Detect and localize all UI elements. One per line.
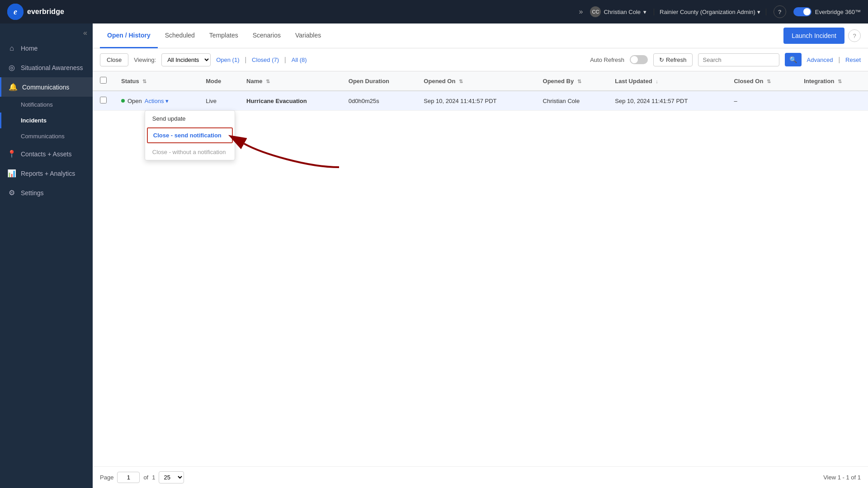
reset-link[interactable]: Reset: [845, 56, 861, 63]
integration-sort-icon: ⇅: [838, 79, 842, 84]
360-toggle[interactable]: [793, 7, 811, 16]
toolbar: Close Viewing: All Incidents Open Closed…: [93, 48, 868, 71]
filter-closed-link[interactable]: Closed (7): [252, 56, 279, 63]
tab-scenarios[interactable]: Scenarios: [245, 23, 288, 48]
incident-name[interactable]: Hurricane Evacuation: [246, 98, 307, 104]
refresh-label: Refresh: [666, 56, 687, 63]
sidebar-item-contacts-assets[interactable]: 📍 Contacts + Assets: [0, 144, 93, 164]
org-label: Rainier County (Organization Admin): [660, 9, 755, 15]
of-label: of: [143, 474, 148, 481]
app-body: « ⌂ Home ◎ Situational Awareness 🔔 Commu…: [0, 23, 868, 488]
logo[interactable]: e everbridge: [7, 4, 64, 20]
sidebar-item-home-label: Home: [21, 45, 38, 52]
sidebar-item-contacts-label: Contacts + Assets: [21, 150, 71, 158]
sidebar-item-notifications-label: Notifications: [21, 101, 53, 108]
page-label: Page: [100, 474, 113, 481]
status-label: Open: [127, 98, 142, 104]
auto-refresh-toggle[interactable]: [630, 55, 648, 64]
search-input[interactable]: [698, 53, 779, 66]
col-closed-on: Closed On ⇅: [726, 71, 797, 91]
sidebar-item-incidents-label: Incidents: [21, 117, 47, 124]
avatar: CC: [590, 6, 601, 17]
page-controls: Page of 1 10 25 50 100: [100, 471, 184, 483]
sidebar-item-communications[interactable]: 🔔 Communications: [0, 77, 93, 97]
col-integration: Integration ⇅: [797, 71, 868, 91]
sidebar-item-comms-sub-label: Communications: [21, 133, 65, 140]
col-opened-on: Opened On ⇅: [416, 71, 535, 91]
view-count: View 1 - 1 of 1: [823, 474, 861, 481]
send-update-item[interactable]: Send update: [145, 111, 235, 127]
sidebar-item-incidents[interactable]: Incidents: [0, 113, 93, 128]
sidebar-item-reports[interactable]: 📊 Reports + Analytics: [0, 164, 93, 183]
actions-button[interactable]: Actions ▾: [145, 98, 169, 104]
tabs-right: Launch Incident ?: [783, 28, 861, 44]
select-all-checkbox[interactable]: [100, 77, 107, 84]
col-open-duration: Open Duration: [341, 71, 417, 91]
tab-scheduled[interactable]: Scheduled: [158, 23, 202, 48]
auto-refresh-label: Auto Refresh: [590, 56, 624, 63]
col-status: Status ⇅: [114, 71, 198, 91]
total-pages: 1: [152, 474, 155, 481]
open-duration-cell: 0d0h0m25s: [341, 91, 417, 111]
sidebar-collapse-btn[interactable]: «: [0, 27, 93, 39]
sidebar-item-home[interactable]: ⌂ Home: [0, 39, 93, 58]
sidebar-item-comms-label: Communications: [22, 84, 69, 91]
help-btn[interactable]: ?: [774, 5, 786, 18]
page-input[interactable]: [117, 472, 140, 483]
actions-dropdown-menu: Send update Close - send notification Cl…: [145, 110, 235, 160]
user-menu[interactable]: CC Christian Cole ▾: [590, 6, 646, 17]
tab-help-btn[interactable]: ?: [848, 29, 861, 42]
settings-icon: ⚙: [7, 188, 16, 197]
last-updated-cell: Sep 10, 2024 11:41:57 PDT: [608, 91, 726, 111]
toggle-label: Everbridge 360™: [815, 9, 861, 15]
filter-all-link[interactable]: All (8): [292, 56, 307, 63]
last-updated-sort-icon: ↓: [656, 79, 658, 84]
table-container: Status ⇅ Mode Name ⇅ Open Duration Opene…: [93, 71, 868, 466]
sidebar-item-settings[interactable]: ⚙ Settings: [0, 183, 93, 202]
org-dropdown-icon: ▾: [757, 9, 760, 15]
incidents-table: Status ⇅ Mode Name ⇅ Open Duration Opene…: [93, 71, 868, 111]
page-size-select[interactable]: 10 25 50 100: [159, 471, 184, 483]
close-button[interactable]: Close: [100, 53, 128, 66]
filter-open-link[interactable]: Open (1): [216, 56, 239, 63]
home-icon: ⌂: [7, 44, 16, 52]
sidebar-item-communications-sub[interactable]: Communications: [0, 128, 93, 144]
opened-on-sort-icon: ⇅: [459, 79, 463, 84]
situational-awareness-icon: ◎: [7, 63, 16, 72]
viewing-label: Viewing:: [134, 56, 156, 63]
advanced-link[interactable]: Advanced: [807, 56, 833, 63]
sidebar-item-sa-label: Situational Awareness: [21, 64, 83, 71]
expand-btn[interactable]: »: [579, 8, 583, 16]
toggle-section: Everbridge 360™: [793, 7, 861, 16]
launch-incident-button[interactable]: Launch Incident: [783, 28, 844, 44]
sidebar-item-notifications[interactable]: Notifications: [0, 97, 93, 113]
tab-variables[interactable]: Variables: [288, 23, 328, 48]
opened-by-sort-icon: ⇅: [577, 79, 581, 84]
opened-by-cell: Christian Cole: [536, 91, 608, 111]
close-without-item[interactable]: Close - without a notification: [145, 144, 235, 160]
sidebar-item-situational-awareness[interactable]: ◎ Situational Awareness: [0, 58, 93, 77]
svg-text:e: e: [14, 7, 17, 16]
table-body: Open Actions ▾ Send update: [93, 91, 868, 111]
sidebar-item-reports-label: Reports + Analytics: [21, 170, 75, 177]
tab-templates[interactable]: Templates: [202, 23, 245, 48]
logo-text: everbridge: [27, 8, 64, 16]
search-button[interactable]: 🔍: [785, 53, 802, 66]
name-sort-icon: ⇅: [266, 79, 270, 84]
main-content: Open / History Scheduled Templates Scena…: [93, 23, 868, 488]
viewing-select[interactable]: All Incidents Open Closed: [161, 53, 211, 66]
actions-label: Actions: [145, 98, 164, 104]
refresh-button[interactable]: ↻ Refresh: [653, 53, 693, 66]
col-name: Name ⇅: [239, 71, 341, 91]
contacts-icon: 📍: [7, 150, 16, 158]
user-label: Christian Cole: [604, 9, 641, 15]
close-send-item[interactable]: Close - send notification: [147, 127, 233, 143]
table-header: Status ⇅ Mode Name ⇅ Open Duration Opene…: [93, 71, 868, 91]
closed-on-sort-icon: ⇅: [767, 79, 771, 84]
row-checkbox[interactable]: [100, 97, 107, 103]
communications-icon: 🔔: [9, 83, 18, 91]
tab-open-history[interactable]: Open / History: [100, 23, 158, 48]
org-menu[interactable]: Rainier County (Organization Admin) ▾: [654, 9, 766, 15]
integration-cell: [797, 91, 868, 111]
col-mode: Mode: [198, 71, 239, 91]
